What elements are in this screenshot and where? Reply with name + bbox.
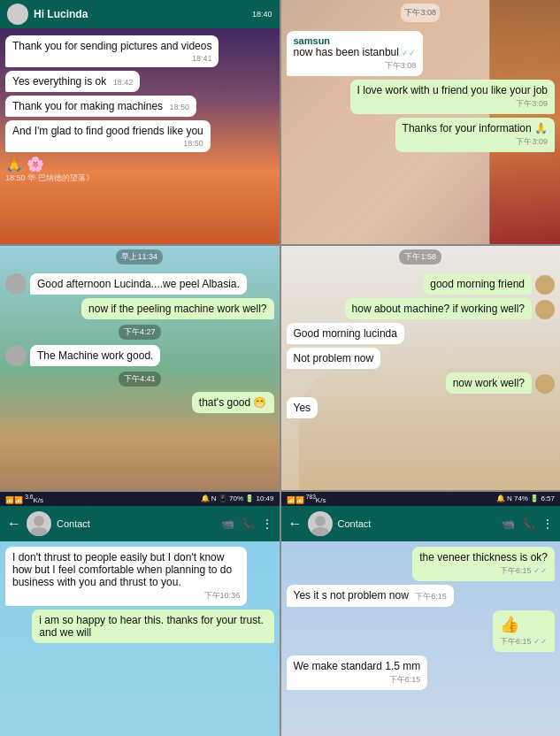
status-right-6: 🔔 N 74% 🔋 6:57	[496, 494, 555, 502]
avatar-4b	[535, 300, 555, 319]
message-4-5-wrap: now work well?	[287, 372, 556, 394]
message-4-6: Yes	[287, 397, 318, 418]
chat-area-5: I don't thrust to people easily but I do…	[0, 541, 280, 648]
message-2-2: I love work with u friend you like your …	[350, 80, 555, 114]
message-4-1-wrap: good morning friend	[287, 273, 556, 295]
message-1-3: Thank you for making machines 18:50	[5, 96, 196, 117]
contact-name-5[interactable]: Contact	[57, 518, 90, 529]
status-left-6: 📶📶 783K/s	[287, 494, 326, 504]
video-call-icon-6[interactable]: 📹	[502, 518, 515, 530]
action-icons-6: 📹 📞 ⋮	[502, 518, 553, 530]
chat-cell-4: 下午1:58 good morning friend how about mac…	[281, 246, 561, 490]
message-3-4: that's good 😁	[192, 392, 274, 413]
avatar-3	[5, 273, 27, 295]
avatar-4c	[535, 374, 555, 394]
chat-cell-3: 早上11:34 Good afternoon Lucinda....we pee…	[0, 246, 280, 490]
chat-area-4: good morning friend how about machine? i…	[281, 268, 561, 424]
chat-area-6: the veneer thickness is ok? 下午6:15 ✓✓ Ye…	[281, 541, 561, 695]
message-3-1: Good afternoon Lucinda....we peel Albasi…	[30, 273, 247, 295]
phone-header-5: ← Contact 📹 📞 ⋮	[0, 506, 280, 541]
message-4-2: how about machine? if working well?	[345, 298, 532, 319]
svg-point-3	[311, 527, 329, 536]
main-grid: Hi Lucinda 18:40 Thank you for sending p…	[0, 0, 560, 736]
phone-call-icon-5[interactable]: 📞	[242, 518, 255, 530]
svg-point-1	[30, 527, 48, 536]
phone-call-icon-6[interactable]: 📞	[522, 518, 535, 530]
message-1-1: Thank you for sending pictures and video…	[5, 35, 219, 67]
status-left-5: 📶📶 3.6K/s	[5, 494, 43, 504]
chat-cell-1: Hi Lucinda 18:40 Thank you for sending p…	[0, 0, 280, 244]
chat-header-1: Hi Lucinda 18:40	[0, 0, 280, 28]
time-stamp-3b: 下午4:41	[119, 372, 161, 387]
chat-cell-6: 📶📶 783K/s 🔔 N 74% 🔋 6:57 ← Contact 📹 📞 ⋮…	[281, 492, 561, 736]
message-3-3: The Machine work good.	[30, 345, 160, 366]
contact-name-1: Hi Lucinda	[34, 8, 88, 20]
chat-area-3: Good afternoon Lucinda....we peel Albasi…	[0, 268, 280, 418]
time-divider-2: 下午3:08	[401, 4, 440, 22]
time-divider-3: 早上11:34	[116, 249, 163, 264]
message-6-1: the veneer thickness is ok? 下午6:15 ✓✓	[412, 547, 555, 581]
time-divider-4: 下午1:58	[399, 249, 441, 264]
message-6-4: We make standard 1.5 mm 下午6:15	[287, 656, 428, 690]
message-4-2-wrap: how about machine? if working well?	[287, 298, 556, 319]
message-6-2: Yes it s not problem now 下午6:15	[287, 585, 454, 607]
time-stamp-3a: 下午4:27	[119, 325, 161, 340]
avatar-1	[7, 4, 28, 25]
svg-point-2	[315, 516, 326, 526]
emoji-footer: 🙏 🌸 18:50 华·巴纳德的望落》	[5, 156, 94, 184]
message-4-3: Good morning lucinda	[287, 323, 404, 344]
chat-cell-5: 📶📶 3.6K/s 🔔 N 📱 70% 🔋 10:49 ← Contact 📹 …	[0, 492, 280, 736]
message-6-3: 👍 下午6:15 ✓✓	[493, 610, 555, 652]
contact-avatar-6	[308, 511, 333, 536]
message-1-4: And I'm glad to find good friends like y…	[5, 120, 211, 152]
phone-header-6: ← Contact 📹 📞 ⋮	[281, 506, 561, 541]
avatar-4a	[535, 275, 555, 295]
message-2-3: Thanks for your information 🙏 下午3:09	[395, 118, 555, 152]
chat-cell-2: 下午3:08 samsun now has been istanbul ✓✓ 下…	[281, 0, 561, 244]
status-bar-5: 📶📶 3.6K/s 🔔 N 📱 70% 🔋 10:49	[0, 492, 280, 506]
back-button-6[interactable]: ←	[288, 516, 303, 532]
chat-area-1: Thank you for sending pictures and video…	[0, 28, 280, 191]
message-2-1: samsun now has been istanbul ✓✓ 下午3:08	[287, 31, 424, 76]
contact-avatar-5	[27, 511, 51, 536]
menu-icon-6[interactable]: ⋮	[542, 518, 553, 530]
chat-area-2: samsun now has been istanbul ✓✓ 下午3:08 I…	[281, 26, 561, 157]
message-4-4: Not problem now	[287, 348, 381, 369]
message-1-2: Yes everything is ok 18:42	[5, 71, 140, 92]
menu-icon-5[interactable]: ⋮	[262, 518, 272, 530]
message-4-5: now work well?	[446, 372, 532, 394]
message-3-2: now if the peeling machine work well?	[81, 298, 273, 319]
video-call-icon-5[interactable]: 📹	[221, 518, 234, 530]
status-bar-6: 📶📶 783K/s 🔔 N 74% 🔋 6:57	[281, 492, 561, 506]
message-3-3-wrap: The Machine work good.	[5, 345, 274, 366]
action-icons-5: 📹 📞 ⋮	[221, 518, 272, 530]
message-5-1: I don't thrust to people easily but I do…	[5, 547, 247, 606]
status-right-5: 🔔 N 📱 70% 🔋 10:49	[201, 494, 274, 502]
message-4-1: good morning friend	[423, 273, 532, 295]
message-3-1-wrap: Good afternoon Lucinda....we peel Albasi…	[5, 273, 274, 295]
message-5-2: i am so happy to hear this. thanks for y…	[32, 610, 273, 643]
back-button-5[interactable]: ←	[7, 516, 21, 532]
svg-point-0	[34, 516, 44, 526]
avatar-3b	[5, 345, 27, 366]
header-time-1: 18:40	[252, 10, 272, 19]
contact-name-6[interactable]: Contact	[338, 518, 372, 529]
